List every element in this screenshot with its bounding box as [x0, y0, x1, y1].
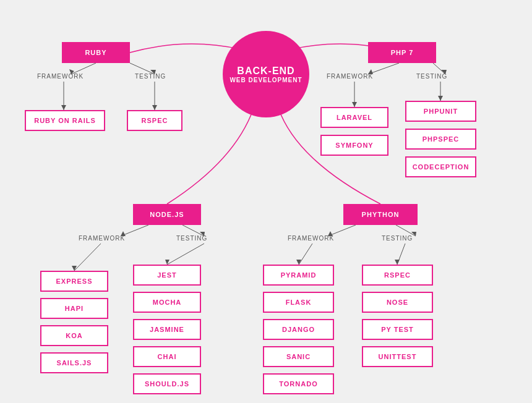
node-framework-label: FRAMEWORK [79, 235, 125, 242]
svg-marker-31 [395, 260, 400, 265]
phpspec-box: PHPSPEC [405, 129, 476, 150]
ruby-node: RUBY [62, 42, 130, 63]
django-box: DJANGO [263, 319, 334, 340]
pyramid-box: PYRAMID [263, 265, 334, 286]
ruby-testing-label: TESTING [135, 73, 166, 80]
sailsjs-box: SAILS.JS [40, 352, 108, 373]
nose-box: NOSE [362, 292, 433, 313]
diagram: BACK-END WEB DEVELOPMENT RUBY PHP 7 NODE… [0, 0, 532, 403]
svg-marker-15 [438, 96, 443, 101]
ruby-on-rails-box: RUBY ON RAILS [25, 110, 105, 131]
symfony-box: SYMFONY [320, 135, 388, 156]
unittest-box: UNITTEST [362, 346, 433, 367]
php7-node: PHP 7 [368, 42, 436, 63]
phython-node: PHYTHON [343, 204, 418, 225]
php-testing-label: TESTING [416, 73, 447, 80]
chai-box: CHAI [133, 346, 201, 367]
phpunit-box: PHPUNIT [405, 101, 476, 122]
nodejs-node: NODE.JS [133, 204, 201, 225]
svg-line-22 [167, 244, 204, 265]
ruby-framework-label: FRAMEWORK [37, 73, 84, 80]
svg-marker-13 [352, 102, 357, 107]
py-testing-label: TESTING [382, 235, 413, 242]
codeception-box: CODECEPTION [405, 156, 476, 177]
tornado-box: TORNADO [263, 373, 334, 394]
svg-marker-21 [72, 266, 77, 271]
svg-line-28 [299, 244, 312, 265]
php-framework-label: FRAMEWORK [327, 73, 373, 80]
laravel-box: LARAVEL [320, 107, 388, 128]
center-title: BACK-END [237, 66, 294, 77]
pytest-box: PY TEST [362, 319, 433, 340]
node-testing-label: TESTING [176, 235, 207, 242]
mocha-box: MOCHA [133, 292, 201, 313]
hapi-box: HAPI [40, 298, 108, 319]
svg-line-20 [74, 244, 101, 271]
sanic-box: SANIC [263, 346, 334, 367]
svg-marker-29 [296, 260, 301, 265]
svg-marker-7 [152, 105, 157, 110]
koa-box: KOA [40, 325, 108, 346]
jasmine-box: JASMINE [133, 319, 201, 340]
center-node: BACK-END WEB DEVELOPMENT [223, 31, 309, 117]
center-subtitle: WEB DEVELOPMENT [230, 77, 302, 83]
express-box: EXPRESS [40, 271, 108, 292]
svg-line-30 [397, 244, 405, 265]
jest-box: JEST [133, 265, 201, 286]
rspec-ruby-box: RSPEC [127, 110, 182, 131]
flask-box: FLASK [263, 292, 334, 313]
svg-marker-5 [61, 105, 66, 110]
svg-marker-23 [165, 260, 169, 265]
rspec-py-box: RSPEC [362, 265, 433, 286]
shouldjs-box: SHOULD.JS [133, 373, 201, 394]
py-framework-label: FRAMEWORK [288, 235, 334, 242]
